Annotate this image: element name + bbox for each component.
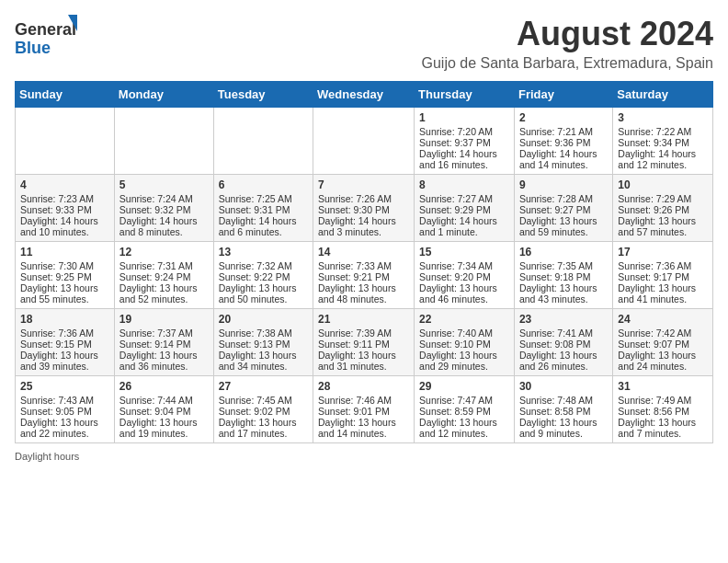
day-number: 23 [519, 313, 608, 326]
calendar-cell: 23Sunrise: 7:41 AMSunset: 9:08 PMDayligh… [514, 309, 612, 376]
day-number: 2 [519, 111, 608, 124]
day-number: 6 [219, 178, 308, 191]
day-info: Sunrise: 7:36 AM [618, 260, 708, 271]
day-number: 26 [119, 380, 209, 393]
day-info: Sunrise: 7:23 AM [20, 193, 109, 204]
day-info: Daylight: 13 hours and 14 minutes. [318, 417, 409, 439]
calendar-cell: 13Sunrise: 7:32 AMSunset: 9:22 PMDayligh… [213, 242, 313, 309]
calendar-cell: 31Sunrise: 7:49 AMSunset: 8:56 PMDayligh… [613, 376, 713, 443]
day-info: Daylight: 13 hours and 52 minutes. [119, 282, 209, 304]
day-info: Sunset: 9:24 PM [119, 271, 209, 282]
day-info: Sunset: 9:05 PM [20, 406, 109, 417]
day-number: 15 [419, 246, 509, 259]
day-info: Daylight: 13 hours and 7 minutes. [618, 417, 708, 439]
day-info: Sunset: 8:56 PM [618, 406, 708, 417]
day-info: Sunrise: 7:40 AM [419, 327, 509, 339]
day-info: Sunset: 9:34 PM [618, 137, 708, 148]
day-info: Sunrise: 7:41 AM [519, 327, 608, 339]
day-info: Daylight: 13 hours and 43 minutes. [519, 282, 608, 304]
day-number: 12 [119, 246, 209, 259]
day-info: Sunset: 9:15 PM [20, 339, 109, 350]
day-info: Sunset: 9:04 PM [119, 406, 209, 417]
day-info: Sunset: 9:17 PM [618, 271, 708, 282]
day-number: 31 [618, 380, 708, 393]
day-info: Sunrise: 7:21 AM [519, 126, 608, 137]
day-info: Sunrise: 7:27 AM [419, 193, 509, 204]
day-number: 24 [618, 313, 708, 326]
day-info: Sunrise: 7:39 AM [318, 327, 409, 339]
day-info: Sunrise: 7:38 AM [219, 327, 308, 339]
day-number: 29 [419, 380, 509, 393]
day-info: Sunrise: 7:35 AM [519, 260, 608, 271]
calendar-cell: 28Sunrise: 7:46 AMSunset: 9:01 PMDayligh… [313, 376, 415, 443]
day-info: Sunset: 9:18 PM [519, 271, 608, 282]
calendar-week-row: 1Sunrise: 7:20 AMSunset: 9:37 PMDaylight… [16, 108, 713, 175]
day-number: 27 [219, 380, 308, 393]
col-header-tuesday: Tuesday [213, 82, 313, 108]
day-info: Daylight: 13 hours and 55 minutes. [20, 282, 109, 304]
day-info: Daylight: 13 hours and 41 minutes. [618, 282, 708, 304]
col-header-monday: Monday [114, 82, 213, 108]
day-number: 4 [20, 178, 109, 191]
col-header-thursday: Thursday [415, 82, 515, 108]
day-info: Daylight: 14 hours and 14 minutes. [519, 148, 608, 170]
day-info: Sunset: 9:30 PM [318, 204, 409, 215]
day-info: Daylight: 13 hours and 29 minutes. [419, 350, 509, 372]
day-info: Sunset: 9:31 PM [219, 204, 308, 215]
calendar-cell: 18Sunrise: 7:36 AMSunset: 9:15 PMDayligh… [16, 309, 115, 376]
calendar-cell [16, 108, 115, 175]
day-info: Daylight: 13 hours and 22 minutes. [20, 417, 109, 439]
calendar-week-row: 11Sunrise: 7:30 AMSunset: 9:25 PMDayligh… [16, 242, 713, 309]
day-number: 1 [419, 111, 509, 124]
calendar-cell: 14Sunrise: 7:33 AMSunset: 9:21 PMDayligh… [313, 242, 415, 309]
day-info: Sunrise: 7:44 AM [119, 395, 209, 406]
day-info: Sunrise: 7:47 AM [419, 395, 509, 406]
calendar-cell: 3Sunrise: 7:22 AMSunset: 9:34 PMDaylight… [613, 108, 713, 175]
day-info: Daylight: 14 hours and 8 minutes. [119, 215, 209, 237]
day-info: Daylight: 13 hours and 34 minutes. [219, 350, 308, 372]
calendar-cell: 21Sunrise: 7:39 AMSunset: 9:11 PMDayligh… [313, 309, 415, 376]
day-info: Sunrise: 7:33 AM [318, 260, 409, 271]
day-info: Sunset: 9:32 PM [119, 204, 209, 215]
day-info: Daylight: 14 hours and 10 minutes. [20, 215, 109, 237]
day-number: 11 [20, 246, 109, 259]
calendar-cell: 22Sunrise: 7:40 AMSunset: 9:10 PMDayligh… [415, 309, 515, 376]
calendar-cell: 26Sunrise: 7:44 AMSunset: 9:04 PMDayligh… [114, 376, 213, 443]
calendar-cell: 7Sunrise: 7:26 AMSunset: 9:30 PMDaylight… [313, 175, 415, 242]
day-info: Sunrise: 7:48 AM [519, 395, 608, 406]
day-info: Daylight: 13 hours and 19 minutes. [119, 417, 209, 439]
day-info: Sunrise: 7:49 AM [618, 395, 708, 406]
day-number: 21 [318, 313, 409, 326]
calendar-cell: 25Sunrise: 7:43 AMSunset: 9:05 PMDayligh… [16, 376, 115, 443]
day-info: Sunrise: 7:32 AM [219, 260, 308, 271]
day-info: Daylight: 14 hours and 16 minutes. [419, 148, 509, 170]
day-info: Sunrise: 7:36 AM [20, 327, 109, 339]
day-number: 25 [20, 380, 109, 393]
calendar-cell: 30Sunrise: 7:48 AMSunset: 8:58 PMDayligh… [514, 376, 612, 443]
day-info: Sunset: 9:21 PM [318, 271, 409, 282]
day-info: Sunrise: 7:25 AM [219, 193, 308, 204]
day-info: Sunset: 9:20 PM [419, 271, 509, 282]
day-number: 19 [119, 313, 209, 326]
calendar-cell: 17Sunrise: 7:36 AMSunset: 9:17 PMDayligh… [613, 242, 713, 309]
calendar-cell: 4Sunrise: 7:23 AMSunset: 9:33 PMDaylight… [16, 175, 115, 242]
calendar-cell [313, 108, 415, 175]
day-number: 18 [20, 313, 109, 326]
calendar-cell: 29Sunrise: 7:47 AMSunset: 8:59 PMDayligh… [415, 376, 515, 443]
day-info: Sunset: 9:10 PM [419, 339, 509, 350]
day-info: Sunset: 8:59 PM [419, 406, 509, 417]
day-info: Sunrise: 7:22 AM [618, 126, 708, 137]
calendar-cell [213, 108, 313, 175]
footer-daylight: Daylight hours [15, 451, 713, 462]
day-info: Sunrise: 7:37 AM [119, 327, 209, 339]
day-info: Daylight: 14 hours and 1 minute. [419, 215, 509, 237]
col-header-friday: Friday [514, 82, 612, 108]
day-info: Sunset: 9:13 PM [219, 339, 308, 350]
day-number: 17 [618, 246, 708, 259]
day-info: Sunrise: 7:26 AM [318, 193, 409, 204]
day-info: Sunrise: 7:24 AM [119, 193, 209, 204]
calendar-cell: 5Sunrise: 7:24 AMSunset: 9:32 PMDaylight… [114, 175, 213, 242]
col-header-saturday: Saturday [613, 82, 713, 108]
day-info: Sunrise: 7:30 AM [20, 260, 109, 271]
calendar-cell: 15Sunrise: 7:34 AMSunset: 9:20 PMDayligh… [415, 242, 515, 309]
